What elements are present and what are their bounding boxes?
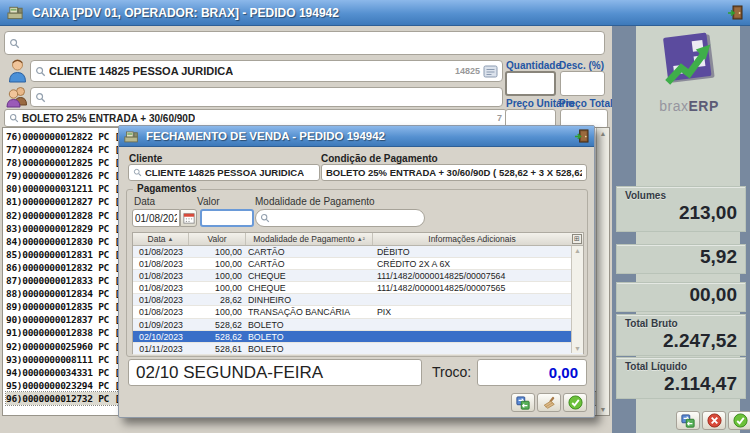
scroll-down-icon[interactable]: ▼ [574,345,581,352]
client-note-icon[interactable] [483,65,498,78]
payment-condition-value: BOLETO 25% ENTRADA + 30/60/90D [22,113,195,124]
cliente-value: CLIENTE 14825 PESSOA JURIDICA [145,167,304,178]
cell-valor: 100,00 [189,246,246,257]
payment-row[interactable]: 01/08/2023100,00TRANSAÇÃO BANCÁRIAPIX [133,306,583,318]
main-action-buttons [676,411,750,430]
confirm-button[interactable] [728,411,750,430]
valor-input[interactable] [200,209,254,227]
search-icon [9,113,19,123]
transfer-icon [681,414,695,428]
product-search-input[interactable] [4,31,605,55]
troco-field[interactable]: 0,00 [477,359,587,386]
payment-row[interactable]: 01/09/2023528,62BOLETO [133,319,583,331]
clear-button[interactable] [537,393,561,412]
payment-row[interactable]: 01/11/2023528,61BOLETO [133,343,583,355]
payment-row[interactable]: 01/08/2023100,00CHEQUE111/1482/000001482… [133,282,583,294]
header-informacoes[interactable]: Informações Adicionais [373,233,571,245]
payment-row[interactable]: 01/08/2023100,00CHEQUE111/1482/000001482… [133,270,583,282]
cell-info: 111/1482/0000014825/00007564 [373,270,583,281]
table-scrollbar[interactable]: ▲ ▼ [571,246,583,353]
cell-date: 01/09/2023 [133,319,189,330]
cancel-button[interactable] [702,411,726,430]
cell-info [373,343,583,354]
quantidade-label: Quantidade [506,60,561,71]
metric-3-value: 00,00 [617,283,745,308]
cell-modalidade: CARTÃO [246,246,373,257]
table-grid-icon[interactable]: ⊞ [572,234,582,244]
scroll-up-icon[interactable]: ▲ [600,130,607,137]
data-label: Data [134,196,155,207]
metric-2: 5,92 [616,244,746,274]
cell-valor: 100,00 [189,258,246,269]
brax-erp-logo-icon [654,32,724,94]
cash-register-icon [124,130,139,143]
desc-label: Desc. (%) [559,60,604,71]
cell-modalidade: BOLETO [246,319,373,330]
confirm-button[interactable] [563,393,587,412]
cell-valor: 528,61 [189,343,246,354]
exit-door-icon[interactable] [574,129,589,143]
metric-2-value: 5,92 [617,245,745,270]
due-day-field[interactable]: 02/10 SEGUNDA-FEIRA [128,359,422,386]
payment-row-selected[interactable]: 02/10/2023528,62BOLETO [133,331,583,343]
brax-erp-logo-text: braxERP [638,98,740,114]
cancel-icon [707,413,722,428]
header-modalidade[interactable]: Modalidade de Pagamento▲² [246,233,373,245]
summary-panel: braxERP Volumes 213,00 5,92 00,00 Total … [612,26,750,433]
transfer-button[interactable] [511,393,535,412]
exit-door-icon[interactable] [727,5,743,20]
cell-info: CRÉDITO 2X A 6X [373,258,583,269]
cell-date: 01/08/2023 [133,294,189,305]
payment-row[interactable]: 01/08/2023100,00CARTÃOCRÉDITO 2X A 6X [133,258,583,270]
sort-asc2-icon: ▲² [357,236,365,242]
search-icon [260,213,270,223]
condicao-pagamento-label: Condição de Pagamento [321,153,438,164]
contact-search-input[interactable] [30,87,503,107]
payment-row[interactable]: 01/08/202328,62DINHEIRO [133,294,583,306]
total-bruto-metric: Total Bruto 2.247,52 [616,314,746,356]
dialog-titlebar: FECHAMENTO DE VENDA - PEDIDO 194942 [119,126,594,147]
quantidade-input[interactable] [505,71,556,96]
cell-info [373,331,583,342]
scroll-up-icon[interactable]: ▲ [574,247,581,254]
total-bruto-value: 2.247,52 [617,329,745,354]
header-valor-label: Valor [207,234,226,244]
client-search-input[interactable]: CLIENTE 14825 PESSOA JURIDICA 14825 [30,60,503,82]
cliente-input[interactable]: CLIENTE 14825 PESSOA JURIDICA [128,164,320,181]
cell-info: DÉBITO [373,246,583,257]
data-input[interactable]: 01/08/2023 [132,209,180,227]
condicao-pagamento-input[interactable]: BOLETO 25% ENTRADA + 30/60/90D ( 528,62 … [321,164,587,181]
preco-total-label: Preço Total [559,98,613,109]
desc-input[interactable] [560,71,605,96]
header-data[interactable]: Data▲ [133,233,189,245]
pagamentos-fieldset: Pagamentos Data Valor Modalidade de Paga… [126,189,588,357]
header-valor[interactable]: Valor [189,233,246,245]
header-informacoes-label: Informações Adicionais [428,234,515,244]
valor-label: Valor [197,196,220,207]
payment-row[interactable]: 01/08/2023100,00CARTÃODÉBITO [133,246,583,258]
modalidade-input[interactable] [255,209,425,227]
cell-info [373,319,583,330]
client-person-icon[interactable] [7,58,28,83]
total-liquido-label: Total Líquido [617,358,745,372]
total-liquido-value: 2.114,47 [617,372,745,397]
payments-table[interactable]: Data▲ Valor Modalidade de Pagamento▲² In… [132,232,584,354]
cell-valor: 528,62 [189,319,246,330]
due-day-text: 02/10 SEGUNDA-FEIRA [136,363,323,383]
sort-asc-icon: ▲ [168,236,174,242]
cell-date: 01/08/2023 [133,270,189,281]
volumes-value: 213,00 [617,201,745,226]
cell-modalidade: BOLETO [246,331,373,342]
calendar-button[interactable] [180,209,197,227]
payments-table-header: Data▲ Valor Modalidade de Pagamento▲² In… [133,233,583,246]
broom-icon [542,396,556,410]
order-list-scrollbar[interactable]: ▲ ▼ [596,128,609,415]
scroll-down-icon[interactable]: ▼ [600,406,607,413]
cell-modalidade: CHEQUE [246,282,373,293]
cell-date: 01/11/2023 [133,343,189,354]
cell-valor: 100,00 [189,270,246,281]
cell-modalidade: CHEQUE [246,270,373,281]
transfer-button[interactable] [676,411,700,430]
brax-erp-logo: braxERP [638,32,740,114]
contacts-people-icon[interactable] [6,85,29,108]
